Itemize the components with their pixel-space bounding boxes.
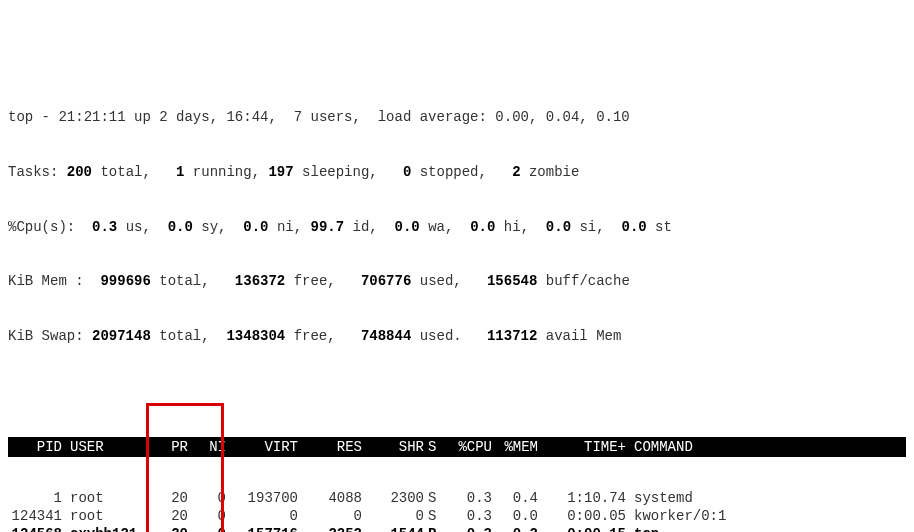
td-command: kworker/0:1 — [630, 507, 906, 525]
td-cpu: 0.3 — [450, 525, 496, 532]
td-time: 0:00.05 — [542, 507, 630, 525]
td-virt: 157716 — [230, 525, 302, 532]
table-row: 124341root200000S0.30.00:00.05kworker/0:… — [8, 507, 906, 525]
th-time[interactable]: TIME+ — [542, 439, 630, 455]
th-mem[interactable]: %MEM — [496, 439, 542, 455]
td-res: 0 — [302, 507, 366, 525]
td-virt: 193700 — [230, 489, 302, 507]
td-pr: 20 — [158, 525, 192, 532]
th-s[interactable]: S — [428, 439, 450, 455]
td-mem: 0.0 — [496, 507, 542, 525]
td-cpu: 0.3 — [450, 507, 496, 525]
td-res: 2252 — [302, 525, 366, 532]
td-pid: 1 — [8, 489, 66, 507]
td-mem: 0.4 — [496, 489, 542, 507]
td-shr: 2300 — [366, 489, 428, 507]
summary-cpu: %Cpu(s): 0.3 us, 0.0 sy, 0.0 ni, 99.7 id… — [8, 218, 906, 236]
td-shr: 0 — [366, 507, 428, 525]
td-virt: 0 — [230, 507, 302, 525]
td-s: R — [428, 525, 450, 532]
td-command: systemd — [630, 489, 906, 507]
th-ni[interactable]: NI — [192, 439, 230, 455]
td-shr: 1544 — [366, 525, 428, 532]
th-cpu[interactable]: %CPU — [450, 439, 496, 455]
td-pr: 20 — [158, 489, 192, 507]
td-ni: 0 — [192, 489, 230, 507]
th-res[interactable]: RES — [302, 439, 366, 455]
top-summary: top - 21:21:11 up 2 days, 16:44, 7 users… — [8, 72, 906, 363]
th-virt[interactable]: VIRT — [230, 439, 302, 455]
td-s: S — [428, 507, 450, 525]
td-user: root — [66, 489, 158, 507]
summary-swap: KiB Swap: 2097148 total, 1348304 free, 7… — [8, 327, 906, 345]
table-row: 1root20019370040882300S0.30.41:10.74syst… — [8, 489, 906, 507]
td-time: 1:10.74 — [542, 489, 630, 507]
th-shr[interactable]: SHR — [366, 439, 428, 455]
summary-mem: KiB Mem : 999696 total, 136372 free, 706… — [8, 272, 906, 290]
td-command: top — [630, 525, 906, 532]
td-ni: 0 — [192, 507, 230, 525]
th-pr[interactable]: PR — [158, 439, 192, 455]
td-time: 0:00.15 — [542, 525, 630, 532]
summary-uptime: top - 21:21:11 up 2 days, 16:44, 7 users… — [8, 108, 906, 126]
td-pr: 20 — [158, 507, 192, 525]
td-user: cxyhh121 — [66, 525, 158, 532]
process-table: PID USER PR NI VIRT RES SHR S %CPU %MEM … — [8, 405, 906, 532]
td-user: root — [66, 507, 158, 525]
td-pid: 124568 — [8, 525, 66, 532]
td-res: 4088 — [302, 489, 366, 507]
td-ni: 0 — [192, 525, 230, 532]
th-command[interactable]: COMMAND — [630, 439, 906, 455]
th-pid[interactable]: PID — [8, 439, 66, 455]
th-user[interactable]: USER — [66, 439, 158, 455]
table-header[interactable]: PID USER PR NI VIRT RES SHR S %CPU %MEM … — [8, 437, 906, 457]
table-row: 124568cxyhh12120015771622521544R0.30.20:… — [8, 525, 906, 532]
td-mem: 0.2 — [496, 525, 542, 532]
td-cpu: 0.3 — [450, 489, 496, 507]
summary-tasks: Tasks: 200 total, 1 running, 197 sleepin… — [8, 163, 906, 181]
td-s: S — [428, 489, 450, 507]
td-pid: 124341 — [8, 507, 66, 525]
